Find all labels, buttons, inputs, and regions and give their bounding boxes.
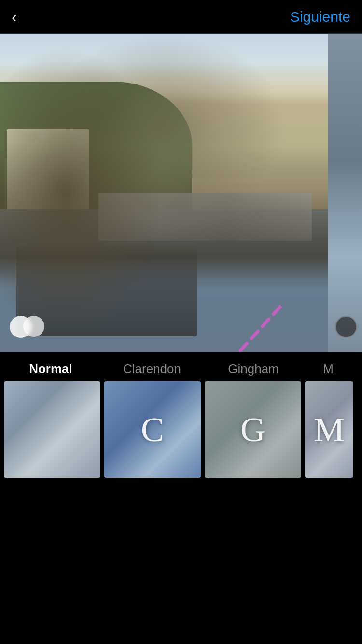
main-photo[interactable] <box>0 34 328 352</box>
top-nav: ‹ Siguiente <box>0 0 362 34</box>
filter-thumb-normal[interactable] <box>4 381 100 478</box>
arrow-svg <box>203 302 299 352</box>
filter-circle-icon-2 <box>23 316 44 337</box>
filter-label-normal[interactable]: Normal <box>0 358 101 377</box>
filter-thumb-gingham[interactable]: G <box>205 381 301 478</box>
filter-thumb-moon[interactable]: M <box>305 381 353 478</box>
building-layer <box>7 129 89 225</box>
hill-layer <box>0 82 192 241</box>
filter-letter-gingham: G <box>240 410 265 450</box>
photo-area <box>0 34 362 352</box>
svg-line-0 <box>232 307 280 352</box>
side-photo[interactable] <box>328 34 362 352</box>
next-button[interactable]: Siguiente <box>290 9 350 25</box>
filter-thumbs-row: C G M <box>0 381 362 488</box>
arrow-annotation <box>203 302 299 352</box>
boat-layer <box>98 193 312 241</box>
filter-label-clarendon[interactable]: Clarendon <box>101 358 203 377</box>
filter-letter-moon: M <box>314 410 345 450</box>
filter-letter-clarendon: C <box>141 410 164 450</box>
filter-label-gingham[interactable]: Gingham <box>203 358 304 377</box>
photo-overlay-icons <box>10 316 32 338</box>
side-photo-icon <box>335 316 357 338</box>
bottom-padding <box>0 488 362 546</box>
filter-labels-row: Normal Clarendon Gingham M <box>0 352 362 381</box>
filter-label-moon[interactable]: M <box>304 358 352 377</box>
sky-layer <box>0 34 328 177</box>
filter-thumb-clarendon[interactable]: C <box>104 381 201 478</box>
photo-realistic-layers <box>0 34 328 352</box>
filters-section: Normal Clarendon Gingham M C G M <box>0 352 362 488</box>
water-layer <box>0 209 328 352</box>
back-button[interactable]: ‹ <box>12 9 17 25</box>
